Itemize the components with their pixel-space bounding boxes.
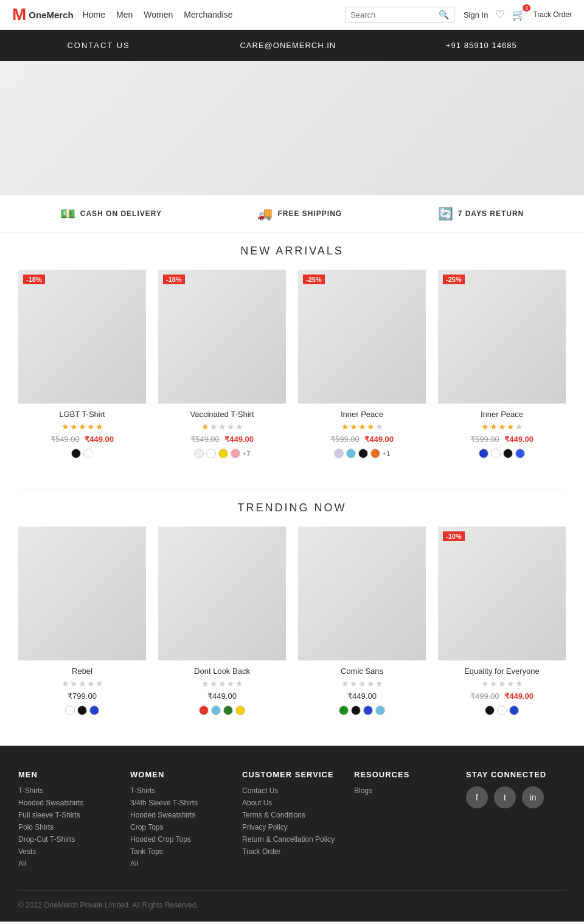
footer-link[interactable]: T-Shirts	[130, 786, 230, 795]
swatch[interactable]	[339, 705, 349, 715]
swatch[interactable]	[363, 705, 373, 715]
nav-home[interactable]: Home	[83, 10, 105, 19]
star: ★	[375, 679, 383, 688]
wishlist-icon[interactable]: ♡	[495, 8, 505, 21]
footer-link[interactable]: Privacy Policy	[242, 823, 342, 831]
nav-women[interactable]: Women	[144, 10, 173, 19]
product-name-1: LGBT T-Shirt	[18, 410, 146, 419]
swatch[interactable]	[235, 705, 245, 715]
swatch[interactable]	[485, 705, 495, 715]
footer-link[interactable]: Track Order	[242, 847, 342, 856]
swatch[interactable]	[83, 449, 93, 458]
footer-link[interactable]: 3/4th Sleeve T-Shirts	[130, 799, 230, 807]
footer-link[interactable]: Terms & Conditions	[242, 811, 342, 819]
feature-shipping: 🚚 FREE SHIPPING	[257, 206, 342, 221]
footer-link[interactable]: Tank Tops	[130, 847, 230, 856]
swatch[interactable]	[223, 705, 233, 715]
footer-bottom: © 2022 OneMerch Private Limited. All Rig…	[18, 890, 566, 909]
swatch[interactable]	[370, 449, 380, 458]
trending-stars-2: ★ ★ ★ ★ ★	[158, 679, 286, 688]
cart-icon[interactable]: 🛒0	[512, 8, 526, 21]
search-bar: 🔍	[345, 7, 454, 23]
swatch[interactable]	[89, 705, 99, 715]
footer-link[interactable]: Hooded Sweatshirts	[130, 811, 230, 819]
footer-men: MEN T-Shirts Hooded Sweatshirts Full sle…	[18, 770, 118, 872]
swatch[interactable]	[479, 449, 488, 458]
trending-card-4[interactable]: -10% Equality for Everyone ★ ★ ★ ★ ★ ₹49…	[438, 527, 566, 715]
contact-phone: +91 85910 14685	[446, 41, 517, 50]
logo-m: M	[12, 6, 26, 23]
swatch[interactable]	[375, 705, 385, 715]
trending-section: TRENDING NOW Rebel ★ ★ ★ ★ ★ ₹799.00	[0, 489, 584, 746]
swatch[interactable]	[71, 449, 81, 458]
footer-link[interactable]: Polo Shirts	[18, 823, 118, 831]
swatch[interactable]	[346, 449, 356, 458]
footer-link[interactable]: About Us	[242, 799, 342, 807]
badge-1: -18%	[23, 275, 45, 284]
star: ★	[498, 679, 506, 688]
product-card-1[interactable]: -18% LGBT T-Shirt ★ ★ ★ ★ ★ ₹549.00 ₹449…	[18, 270, 146, 458]
trending-card-1[interactable]: Rebel ★ ★ ★ ★ ★ ₹799.00	[18, 527, 146, 715]
header: M OneMerch Home Men Women Merchandise 🔍 …	[0, 0, 584, 30]
swatch[interactable]	[334, 449, 344, 458]
sale-price-3: ₹449.00	[364, 435, 394, 444]
footer-contact-us-link[interactable]: Contact Us	[242, 786, 342, 795]
logo[interactable]: M OneMerch	[12, 6, 74, 23]
trending-swatches-2	[158, 705, 286, 715]
trending-image-2	[158, 527, 286, 660]
sign-in-link[interactable]: Sign In	[464, 10, 488, 19]
footer-link[interactable]: Full sleeve T-Shirts	[18, 811, 118, 819]
search-icon[interactable]: 🔍	[439, 10, 449, 19]
logo-text: OneMerch	[29, 10, 73, 20]
instagram-icon[interactable]: in	[522, 786, 544, 808]
star: ★	[350, 422, 358, 432]
swatch[interactable]	[491, 449, 501, 458]
footer-link[interactable]: Drop-Cut T-Shirts	[18, 835, 118, 844]
cart-badge: 0	[523, 4, 530, 12]
track-order-link[interactable]: Track Order	[533, 10, 572, 19]
swatch[interactable]	[503, 449, 513, 458]
nav-merchandise[interactable]: Merchandise	[184, 10, 232, 19]
footer-link[interactable]: Vests	[18, 847, 118, 856]
swatch[interactable]	[77, 705, 87, 715]
trending-title: TRENDING NOW	[0, 502, 584, 514]
main-nav: Home Men Women Merchandise	[83, 10, 233, 19]
swatch[interactable]	[218, 449, 228, 458]
footer-link[interactable]: Hooded Sweatshirts	[18, 799, 118, 807]
footer-link[interactable]: Crop Tops	[130, 823, 230, 831]
swatch[interactable]	[194, 449, 204, 458]
swatch[interactable]	[351, 705, 361, 715]
footer-link[interactable]: Hooded Crop Tops	[130, 835, 230, 844]
footer-link[interactable]: All	[130, 859, 230, 868]
twitter-icon[interactable]: t	[494, 786, 516, 808]
footer-blogs-link[interactable]: Blogs	[354, 786, 454, 795]
footer-link[interactable]: Return & Cancellation Policy	[242, 835, 342, 844]
nav-men[interactable]: Men	[116, 10, 133, 19]
swatch[interactable]	[509, 705, 519, 715]
return-icon: 🔄	[438, 206, 453, 221]
swatch[interactable]	[231, 449, 240, 458]
swatch[interactable]	[199, 705, 209, 715]
feature-cod: 💵 CASH ON DELIVERY	[60, 206, 162, 221]
footer-link[interactable]: T-Shirts	[18, 786, 118, 795]
swatch[interactable]	[211, 705, 221, 715]
trending-card-3[interactable]: Comic Sans ★ ★ ★ ★ ★ ₹449.00	[298, 527, 426, 715]
swatch[interactable]	[206, 449, 216, 458]
search-input[interactable]	[350, 10, 436, 19]
product-card-3[interactable]: -25% Inner Peace ★ ★ ★ ★ ★ ₹599.00 ₹449.…	[298, 270, 426, 458]
facebook-icon[interactable]: f	[466, 786, 488, 808]
product-card-4[interactable]: -25% Inner Peace ★ ★ ★ ★ ★ ₹599.00 ₹449.…	[438, 270, 566, 458]
sale-price-2: ₹449.00	[224, 435, 254, 444]
swatch[interactable]	[515, 449, 525, 458]
swatch[interactable]	[497, 705, 507, 715]
product-stars-2: ★ ★ ★ ★ ★	[158, 422, 286, 432]
star: ★	[87, 422, 95, 432]
product-name-3: Inner Peace	[298, 410, 426, 419]
product-card-2[interactable]: -18% Vaccinated T-Shirt ★ ★ ★ ★ ★ ₹549.0…	[158, 270, 286, 458]
footer-stay-connected: STAY CONNECTED f t in	[466, 770, 566, 872]
swatch[interactable]	[65, 705, 75, 715]
footer-link[interactable]: All	[18, 859, 118, 868]
swatch[interactable]	[358, 449, 368, 458]
star: ★	[78, 679, 86, 688]
trending-card-2[interactable]: Dont Look Back ★ ★ ★ ★ ★ ₹449.00	[158, 527, 286, 715]
